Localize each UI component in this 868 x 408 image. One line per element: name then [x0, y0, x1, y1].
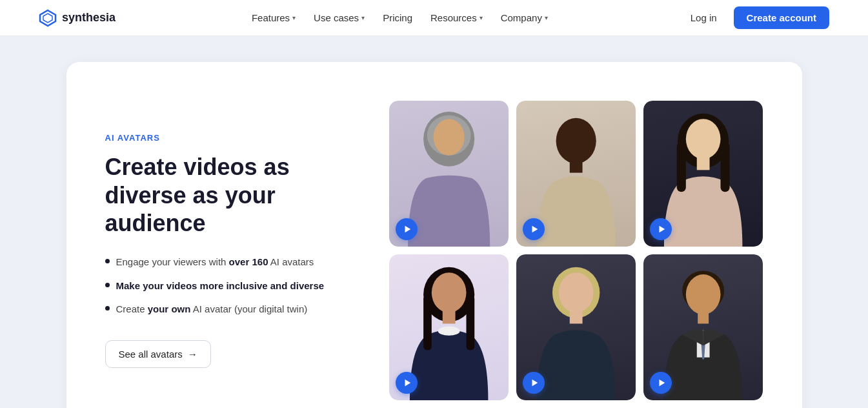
avatar-card-4: [389, 254, 509, 400]
svg-marker-1: [43, 14, 52, 23]
avatar-card-5: [516, 254, 636, 400]
svg-rect-12: [677, 142, 686, 192]
main-content: AI AVATARS Create videos as diverse as y…: [0, 36, 868, 408]
card-title: Create videos as diverse as your audienc…: [105, 153, 350, 237]
svg-rect-28: [698, 312, 709, 323]
svg-rect-17: [442, 311, 455, 324]
bullet-3: Create your own AI avatar (your digital …: [105, 302, 350, 317]
nav-company[interactable]: Company ▾: [493, 8, 556, 27]
feature-card: AI AVATARS Create videos as diverse as y…: [66, 62, 802, 408]
play-button-2[interactable]: [523, 218, 545, 240]
svg-point-6: [556, 118, 596, 164]
nav-features[interactable]: Features ▾: [244, 8, 303, 27]
play-button-3[interactable]: [650, 218, 672, 240]
play-button-5[interactable]: [523, 372, 545, 394]
svg-marker-33: [660, 380, 665, 387]
bullet-dot: [105, 283, 110, 287]
svg-point-10: [686, 119, 721, 159]
feature-bullets: Engage your viewers with over 160 AI ava…: [105, 255, 350, 317]
bullet-1: Engage your viewers with over 160 AI ava…: [105, 255, 350, 270]
chevron-down-icon: ▾: [361, 14, 365, 21]
bullet-2: Make your videos more inclusive and dive…: [105, 279, 350, 294]
svg-rect-20: [466, 296, 474, 351]
play-button-6[interactable]: [650, 372, 672, 394]
svg-marker-5: [405, 226, 410, 233]
navbar-actions: Log in Create account: [684, 6, 829, 29]
chevron-down-icon: ▾: [545, 14, 548, 21]
see-all-avatars-button[interactable]: See all avatars →: [105, 340, 211, 368]
svg-point-23: [559, 272, 594, 312]
card-left: AI AVATARS Create videos as diverse as y…: [105, 133, 350, 367]
logo[interactable]: synthesia: [39, 9, 116, 27]
navbar: synthesia Features ▾ Use cases ▾ Pricing…: [0, 0, 868, 36]
logo-text: synthesia: [62, 11, 116, 25]
chevron-down-icon: ▾: [479, 14, 483, 21]
svg-rect-13: [721, 142, 730, 192]
play-button-1[interactable]: [396, 218, 418, 240]
nav-resources[interactable]: Resources ▾: [423, 8, 490, 27]
nav-pricing[interactable]: Pricing: [375, 8, 420, 27]
avatar-card-1: [389, 101, 509, 247]
svg-marker-25: [532, 380, 538, 387]
avatar-card-6: [643, 254, 763, 400]
svg-point-27: [686, 274, 721, 314]
svg-rect-24: [570, 311, 583, 324]
avatar-card-2: [516, 101, 636, 247]
avatar-grid: [389, 101, 763, 400]
svg-rect-11: [697, 158, 710, 170]
nav-use-cases[interactable]: Use cases ▾: [306, 8, 372, 27]
login-button[interactable]: Log in: [684, 8, 723, 27]
chevron-down-icon: ▾: [292, 14, 296, 21]
svg-rect-19: [423, 296, 432, 351]
svg-point-4: [433, 119, 464, 156]
avatar-card-3: [643, 101, 763, 247]
nav-menu: Features ▾ Use cases ▾ Pricing Resources…: [244, 8, 556, 27]
bullet-dot: [105, 306, 110, 311]
logo-icon: [39, 9, 57, 27]
create-account-button[interactable]: Create account: [734, 6, 829, 29]
section-label: AI AVATARS: [105, 133, 350, 143]
arrow-right-icon: →: [188, 349, 197, 360]
svg-marker-8: [532, 226, 538, 233]
svg-rect-7: [570, 160, 583, 173]
svg-marker-0: [40, 10, 56, 26]
svg-point-18: [438, 327, 459, 336]
svg-marker-14: [660, 226, 665, 233]
svg-point-16: [431, 272, 466, 312]
play-button-4[interactable]: [396, 372, 418, 394]
svg-marker-21: [405, 380, 410, 387]
bullet-dot: [105, 259, 110, 263]
